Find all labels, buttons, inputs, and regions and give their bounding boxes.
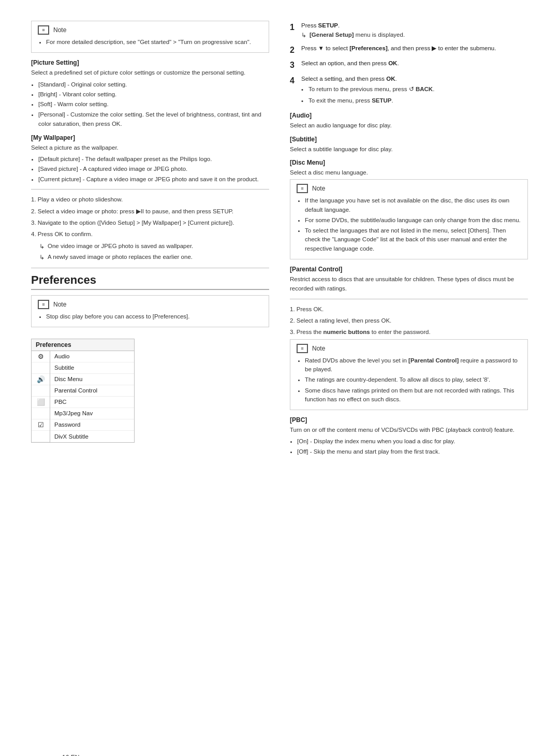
page-footer: 16 EN	[62, 754, 79, 756]
pref-note-box: ≡ Note Stop disc play before you can acc…	[31, 295, 269, 327]
bottom-note-label: Note	[312, 345, 325, 352]
pref-item-3[interactable]: Disc Menu	[50, 374, 134, 385]
picture-setting-body: Select a predefined set of picture color…	[31, 68, 269, 77]
picture-bullet-3: [Soft] - Warm color setting.	[38, 99, 269, 109]
pref-item-6[interactable]: Mp3/Jpeg Nav	[50, 408, 134, 419]
right-column: 1 Press SETUP. ↳ [General Setup] menu is…	[290, 21, 528, 459]
picture-setting-list: [Standard] - Original color setting. [Br…	[38, 80, 269, 129]
step-4-arrow-1: • To return to the previous menu, press …	[301, 84, 528, 94]
mid-note-item-1: If the language you have set is not avai…	[305, 196, 521, 214]
my-wallpaper-list: [Default picture] - The default wallpape…	[38, 154, 269, 184]
pref-item-4[interactable]: Parental Control	[50, 385, 134, 397]
pref-icon-8	[32, 431, 50, 442]
pref-items-col: Audio Subtitle Disc Menu Parental Contro…	[50, 351, 134, 442]
divider-1	[31, 189, 269, 190]
audio-section: [Audio] Select an audio language for dis…	[290, 112, 528, 130]
pref-item-7[interactable]: Password	[50, 419, 134, 431]
picture-setting-heading: [Picture Setting]	[31, 59, 269, 66]
picture-bullet-2: [Bright] - Vibrant color setting.	[38, 90, 269, 99]
step4-arrow-icon-2: •	[301, 96, 303, 106]
preferences-table: Preferences ⚙ 🔊 ⬜ ☑ Audio Subtitle Disc …	[31, 339, 135, 443]
step-4-arrow-2: • To exit the menu, press SETUP.	[301, 96, 528, 106]
pref-item-8[interactable]: DivX Subtitle	[50, 431, 134, 442]
picture-setting-section: [Picture Setting] Select a predefined se…	[31, 59, 269, 128]
top-note-item-1: For more detailed description, see "Get …	[46, 38, 262, 47]
wallpaper-bullet-2: [Saved picture] - A captured video image…	[38, 164, 269, 173]
pbc-bullet-1: [On] - Display the index menu when you l…	[297, 437, 528, 446]
numbered-steps-section: 1. Play a video or photo slideshow. 2. S…	[31, 195, 269, 239]
parental-step-2: 2. Select a rating level, then press OK.	[290, 316, 528, 325]
disc-menu-section: [Disc Menu] Select a disc menu language.	[290, 159, 528, 177]
pref-item-2[interactable]: Subtitle	[50, 362, 134, 374]
step-num-1: 1	[290, 21, 297, 41]
step-4: 4. Press OK to confirm.	[31, 229, 269, 239]
pbc-heading: [PBC]	[290, 416, 528, 424]
step-2-content: Press ▼ to select [Preferences], and the…	[301, 43, 528, 57]
right-steps-section: 1 Press SETUP. ↳ [General Setup] menu is…	[290, 21, 528, 107]
bottom-note-list: Rated DVDs above the level you set in [P…	[305, 356, 521, 404]
wallpaper-bullet-1: [Default picture] - The default wallpape…	[38, 154, 269, 164]
right-step-4: 4 Select a setting, and then press OK. •…	[290, 74, 528, 107]
divider-2	[31, 268, 269, 268]
bottom-note-item-3: Some discs have ratings printed on them …	[305, 386, 521, 404]
step-num-2: 2	[290, 43, 297, 57]
pref-item-1[interactable]: Audio	[50, 351, 134, 362]
bottom-note-box: ≡ Note Rated DVDs above the level you se…	[290, 339, 528, 410]
pref-icon-5: ⬜	[32, 397, 50, 408]
preferences-heading: Preferences	[31, 273, 269, 290]
pref-note-item: Stop disc play before you can access to …	[46, 312, 262, 321]
pref-icon-6	[32, 408, 50, 419]
picture-bullet-1: [Standard] - Original color setting.	[38, 80, 269, 89]
bottom-note-icon: ≡	[297, 344, 308, 353]
top-note-box: ≡ Note For more detailed description, se…	[31, 21, 269, 53]
pref-item-5[interactable]: PBC	[50, 397, 134, 408]
step-2: 2. Select a video image or photo: press …	[31, 207, 269, 216]
right-step-1: 1 Press SETUP. ↳ [General Setup] menu is…	[290, 21, 528, 41]
step-1-sub: ↳ [General Setup] menu is displayed.	[301, 30, 528, 40]
pref-icon-3: 🔊	[32, 374, 50, 385]
disc-menu-heading: [Disc Menu]	[290, 159, 528, 166]
parental-step-3: 3. Press the numeric buttons to enter th…	[290, 327, 528, 337]
bottom-note-item-2: The ratings are country-dependent. To al…	[305, 375, 521, 384]
pbc-section: [PBC] Turn on or off the content menu of…	[290, 416, 528, 456]
step-1: 1. Play a video or photo slideshow.	[31, 195, 269, 204]
right-step-2: 2 Press ▼ to select [Preferences], and t…	[290, 43, 528, 57]
pbc-bullet-2: [Off] - Skip the menu and start play fro…	[297, 447, 528, 456]
pref-icons-col: ⚙ 🔊 ⬜ ☑	[32, 351, 50, 442]
pref-table-body: ⚙ 🔊 ⬜ ☑ Audio Subtitle Disc Menu Parenta…	[32, 351, 134, 442]
right-divider-1	[290, 299, 528, 299]
arrow-icon-2: ↳	[39, 253, 45, 262]
step-num-4: 4	[290, 74, 297, 107]
step4-arrow-icon-1: •	[301, 85, 303, 94]
step-3: 3. Navigate to the option ([Video Setup]…	[31, 218, 269, 227]
mid-note-item-3: To select the languages that are not lis…	[305, 226, 521, 253]
wallpaper-bullet-3: [Current picture] - Capture a video imag…	[38, 175, 269, 184]
arrow-icon-step1: ↳	[301, 31, 306, 40]
pref-table-title: Preferences	[32, 339, 134, 351]
right-step-3: 3 Select an option, and then press OK.	[290, 59, 528, 72]
bottom-note-item-1: Rated DVDs above the level you set in [P…	[305, 356, 521, 374]
note-label: Note	[53, 26, 66, 34]
pref-icon-7: ☑	[32, 419, 50, 431]
my-wallpaper-heading: [My Wallpaper]	[31, 134, 269, 141]
mid-note-icon: ≡	[297, 184, 308, 193]
parental-control-section: [Parental Control] Restrict access to di…	[290, 266, 528, 294]
step-num-3: 3	[290, 59, 297, 72]
picture-bullet-4: [Personal] - Customize the color setting…	[38, 110, 269, 129]
subtitle-heading: [Subtitle]	[290, 136, 528, 143]
mid-note-box: ≡ Note If the language you have set is n…	[290, 179, 528, 259]
mid-note-label: Note	[312, 185, 325, 192]
my-wallpaper-body: Select a picture as the wallpaper.	[31, 143, 269, 152]
top-note-list: For more detailed description, see "Get …	[46, 38, 262, 47]
pref-icon-2	[32, 362, 50, 374]
step-3-content: Select an option, and then press OK.	[301, 59, 528, 72]
parental-steps: 1. Press OK. 2. Select a rating level, t…	[290, 304, 528, 337]
mid-note-item-2: For some DVDs, the subtitle/audio langua…	[305, 216, 521, 225]
arrow-item-2: ↳ A newly saved image or photo replaces …	[39, 252, 269, 262]
left-column: ≡ Note For more detailed description, se…	[31, 21, 269, 459]
parental-step-1: 1. Press OK.	[290, 304, 528, 314]
mid-note-list: If the language you have set is not avai…	[305, 196, 521, 253]
parental-body: Restrict access to discs that are unsuit…	[290, 274, 528, 294]
arrow-items-section: ↳ One video image or JPEG photo is saved…	[31, 241, 269, 263]
step-1-content: Press SETUP. ↳ [General Setup] menu is d…	[301, 21, 528, 41]
